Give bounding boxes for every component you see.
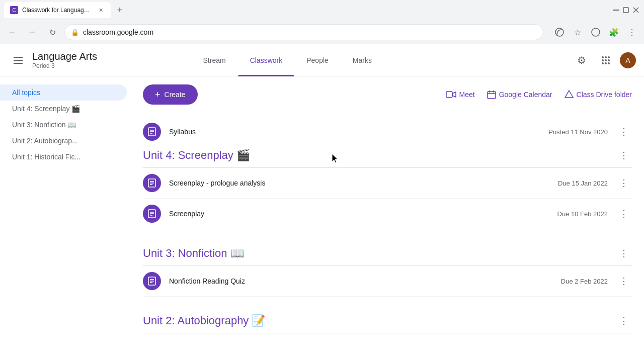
toolbar-actions: Meet Google Calendar bbox=[446, 90, 632, 99]
calendar-label: Google Calendar bbox=[499, 90, 552, 99]
drive-folder-label: Class Drive folder bbox=[577, 90, 632, 99]
top-nav: Language Arts Period 3 Stream Classwork … bbox=[0, 44, 644, 76]
content-area: All topics Unit 4: Screenplay 🎬 Unit 3: … bbox=[0, 76, 644, 362]
unit3-section: Unit 3: Nonfiction 📖 ⋮ Nonfiction Readin… bbox=[143, 245, 632, 297]
unit4-more-button[interactable]: ⋮ bbox=[616, 147, 632, 163]
drive-folder-action[interactable]: Class Drive folder bbox=[565, 90, 632, 99]
assignment-due: Due 15 Jan 2022 bbox=[558, 179, 608, 187]
bookmark-icon[interactable]: ☆ bbox=[570, 24, 586, 40]
svg-point-14 bbox=[608, 59, 610, 61]
assignment-due: Due 2 Feb 2022 bbox=[561, 278, 608, 285]
tab-close-button[interactable]: ✕ bbox=[97, 6, 105, 14]
unit2-section: Unit 2: Autobiography 📝 ⋮ bbox=[143, 313, 632, 333]
forward-button[interactable]: → bbox=[24, 24, 40, 40]
extensions-icon[interactable]: 🧩 bbox=[606, 24, 622, 40]
svg-rect-7 bbox=[14, 60, 23, 61]
assignment-screenplay: Screenplay Due 10 Feb 2022 ⋮ bbox=[143, 199, 632, 229]
tab-classwork[interactable]: Classwork bbox=[238, 44, 295, 76]
assignment-more-button[interactable]: ⋮ bbox=[616, 206, 632, 222]
svg-rect-19 bbox=[488, 92, 496, 99]
close-window-icon[interactable] bbox=[632, 6, 640, 14]
svg-rect-1 bbox=[623, 8, 628, 13]
browser-controls: ← → ↻ 🔒 classroom.google.com ☆ 🧩 ⋮ bbox=[0, 20, 644, 44]
address-bar[interactable]: 🔒 classroom.google.com bbox=[64, 24, 543, 40]
svg-rect-0 bbox=[613, 10, 619, 11]
assignment-name[interactable]: Screenplay - prologue analysis bbox=[169, 179, 558, 187]
browser-toolbar: ☆ 🧩 ⋮ bbox=[551, 24, 640, 40]
unit3-title: Unit 3: Nonfiction 📖 bbox=[143, 247, 244, 260]
assignment-nonfiction-quiz: Nonfiction Reading Quiz Due 2 Feb 2022 ⋮ bbox=[143, 266, 632, 297]
unit4-section: Unit 4: Screenplay 🎬 ⋮ Screenplay - prol… bbox=[143, 147, 632, 229]
profile-icon[interactable] bbox=[588, 24, 604, 40]
unit2-more-button[interactable]: ⋮ bbox=[616, 313, 632, 329]
unit2-title: Unit 2: Autobiography 📝 bbox=[143, 314, 265, 327]
create-label: Create bbox=[165, 90, 186, 99]
svg-point-13 bbox=[605, 59, 607, 61]
sidebar-item-unit4[interactable]: Unit 4: Screenplay 🎬 bbox=[0, 101, 127, 117]
assignment-more-button[interactable]: ⋮ bbox=[616, 175, 632, 191]
syllabus-title[interactable]: Syllabus bbox=[169, 128, 548, 136]
unit3-more-button[interactable]: ⋮ bbox=[616, 245, 632, 261]
browser-title-bar: C Classwork for Language Arts Pe... ✕ + bbox=[0, 0, 644, 20]
sidebar-item-all-topics[interactable]: All topics bbox=[0, 84, 127, 101]
create-button[interactable]: + Create bbox=[143, 84, 198, 105]
lock-icon: 🔒 bbox=[71, 29, 79, 36]
unit2-header: Unit 2: Autobiography 📝 ⋮ bbox=[143, 313, 632, 333]
meet-action[interactable]: Meet bbox=[446, 90, 475, 99]
assignment-icon bbox=[143, 272, 161, 290]
assignment-name[interactable]: Screenplay bbox=[169, 210, 557, 218]
svg-point-17 bbox=[608, 62, 610, 64]
new-tab-button[interactable]: + bbox=[113, 3, 127, 17]
svg-point-15 bbox=[602, 62, 604, 64]
settings-icon[interactable]: ⚙ bbox=[572, 50, 592, 70]
svg-point-9 bbox=[602, 56, 604, 58]
meet-label: Meet bbox=[459, 90, 475, 99]
calendar-action[interactable]: Google Calendar bbox=[487, 90, 552, 99]
assignment-screenplay-prologue: Screenplay - prologue analysis Due 15 Ja… bbox=[143, 168, 632, 199]
meet-icon bbox=[446, 91, 456, 98]
svg-point-12 bbox=[602, 59, 604, 61]
sidebar-item-unit1[interactable]: Unit 1: Historical Fic... bbox=[0, 149, 127, 165]
drive-icon bbox=[565, 90, 574, 99]
unit4-title: Unit 4: Screenplay 🎬 bbox=[143, 149, 250, 162]
svg-point-4 bbox=[555, 28, 564, 36]
menu-button[interactable]: ⋮ bbox=[624, 24, 640, 40]
tab-title: Classwork for Language Arts Pe... bbox=[22, 7, 93, 14]
tab-people[interactable]: People bbox=[294, 44, 341, 76]
svg-rect-6 bbox=[14, 57, 23, 58]
browser-chrome: C Classwork for Language Arts Pe... ✕ + … bbox=[0, 0, 644, 44]
sidebar-item-unit2[interactable]: Unit 2: Autobiograp... bbox=[0, 133, 127, 149]
main-nav: Stream Classwork People Marks bbox=[191, 44, 384, 76]
create-plus-icon: + bbox=[155, 89, 160, 100]
svg-point-5 bbox=[592, 28, 600, 36]
svg-point-10 bbox=[605, 56, 607, 58]
assignment-icon bbox=[143, 174, 161, 192]
user-avatar[interactable]: A bbox=[620, 52, 636, 68]
class-period: Period 3 bbox=[32, 62, 97, 69]
minimize-icon[interactable] bbox=[612, 6, 620, 14]
tab-stream[interactable]: Stream bbox=[191, 44, 238, 76]
reload-button[interactable]: ↻ bbox=[44, 24, 60, 40]
syllabus-icon bbox=[143, 123, 161, 141]
active-tab[interactable]: C Classwork for Language Arts Pe... ✕ bbox=[4, 2, 111, 18]
hamburger-menu[interactable] bbox=[8, 50, 28, 70]
svg-point-16 bbox=[605, 62, 607, 64]
assignment-more-button[interactable]: ⋮ bbox=[616, 273, 632, 289]
sidebar-item-unit3[interactable]: Unit 3: Nonfiction 📖 bbox=[0, 117, 127, 133]
app-title: Language Arts Period 3 bbox=[32, 51, 97, 69]
syllabus-posted: Posted 11 Nov 2020 bbox=[548, 128, 608, 136]
tab-marks[interactable]: Marks bbox=[341, 44, 384, 76]
back-button[interactable]: ← bbox=[4, 24, 20, 40]
topics-sidebar: All topics Unit 4: Screenplay 🎬 Unit 3: … bbox=[0, 76, 131, 362]
cast-icon[interactable] bbox=[551, 24, 568, 40]
google-apps-icon[interactable] bbox=[596, 50, 616, 70]
assignment-name[interactable]: Nonfiction Reading Quiz bbox=[169, 277, 561, 285]
unit4-header: Unit 4: Screenplay 🎬 ⋮ bbox=[143, 147, 632, 168]
svg-point-11 bbox=[608, 56, 610, 58]
main-content: + Create Meet bbox=[131, 76, 644, 362]
restore-icon[interactable] bbox=[622, 6, 630, 14]
svg-rect-8 bbox=[14, 63, 23, 64]
assignment-icon bbox=[143, 205, 161, 223]
syllabus-more-button[interactable]: ⋮ bbox=[616, 124, 632, 140]
unit3-header: Unit 3: Nonfiction 📖 ⋮ bbox=[143, 245, 632, 266]
